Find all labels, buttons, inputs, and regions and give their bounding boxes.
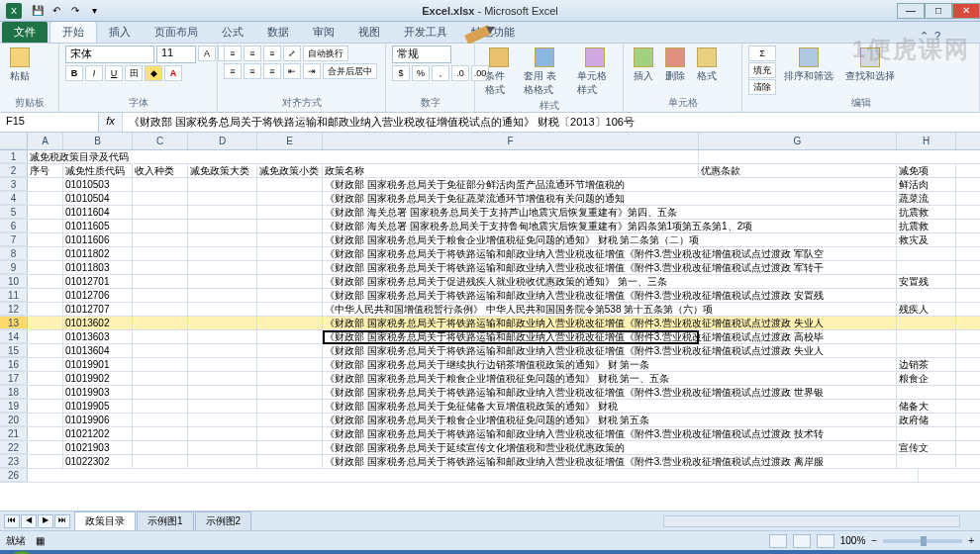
cell[interactable] xyxy=(257,220,323,232)
cell[interactable] xyxy=(897,386,956,399)
cell[interactable] xyxy=(257,358,323,371)
italic-button[interactable]: I xyxy=(85,65,103,81)
align-right-icon[interactable]: ≡ xyxy=(263,63,281,79)
inc-dec-icon[interactable]: .0 xyxy=(451,65,469,81)
cell[interactable] xyxy=(28,233,63,246)
row-header[interactable]: 13 xyxy=(0,317,28,329)
cell[interactable] xyxy=(897,317,956,329)
cell[interactable]: 01010503 xyxy=(63,178,133,191)
cell[interactable] xyxy=(188,427,257,440)
align-left-icon[interactable]: ≡ xyxy=(224,63,242,79)
insert-cells-button[interactable]: 插入 xyxy=(630,46,657,85)
cell[interactable] xyxy=(28,441,63,454)
cell[interactable] xyxy=(257,441,323,454)
cell[interactable]: 安置残 xyxy=(897,275,956,288)
cell[interactable]: 01019902 xyxy=(63,372,133,385)
cell[interactable]: 01019905 xyxy=(63,400,133,413)
cell[interactable]: 01011604 xyxy=(63,206,133,219)
cell[interactable] xyxy=(188,330,257,343)
cell[interactable]: 储备大 xyxy=(897,400,956,413)
zoom-level[interactable]: 100% xyxy=(840,535,866,546)
cell[interactable]: 01013603 xyxy=(63,330,133,343)
cell[interactable] xyxy=(257,275,323,288)
cell[interactable] xyxy=(257,386,323,399)
align-top-icon[interactable]: ≡ xyxy=(224,46,242,61)
name-box[interactable]: F15 xyxy=(0,113,99,132)
cell[interactable] xyxy=(188,178,257,191)
row-header[interactable]: 15 xyxy=(0,344,28,357)
cell[interactable]: 鲜活肉 xyxy=(897,178,956,191)
cell[interactable]: 抗震救 xyxy=(897,206,956,219)
cell[interactable] xyxy=(28,414,63,426)
cell[interactable] xyxy=(28,358,63,371)
cell[interactable] xyxy=(188,441,257,454)
cell[interactable] xyxy=(28,469,919,482)
cell[interactable]: 01011606 xyxy=(63,233,133,246)
cell[interactable]: 《财政部 国家税务总局关于将铁路运输和邮政业纳入营业税改征增值《附件3.营业税改… xyxy=(323,317,897,329)
row-header[interactable]: 9 xyxy=(0,261,28,274)
cell[interactable] xyxy=(257,233,323,246)
cell[interactable]: 粮食企 xyxy=(897,372,956,385)
cell[interactable] xyxy=(188,261,257,274)
cell[interactable]: 01011605 xyxy=(63,220,133,232)
cell[interactable] xyxy=(133,261,188,274)
comma-icon[interactable]: , xyxy=(432,65,449,81)
row-header[interactable]: 7 xyxy=(0,233,28,246)
row-header[interactable]: 2 xyxy=(0,164,28,177)
cell[interactable] xyxy=(188,220,257,232)
cell[interactable] xyxy=(28,206,63,219)
cell[interactable]: 《财政部 国家税务总局关于粮食企业增值税征免问题的通知》 财税 第一、五条 xyxy=(323,372,897,385)
row-header[interactable]: 11 xyxy=(0,289,28,302)
cell[interactable]: 01021202 xyxy=(63,427,133,440)
cell[interactable] xyxy=(28,220,63,232)
close-button[interactable]: ✕ xyxy=(952,3,980,19)
underline-button[interactable]: U xyxy=(105,65,123,81)
fx-icon[interactable]: fx xyxy=(99,113,123,132)
delete-cells-button[interactable]: 删除 xyxy=(661,46,689,85)
cell[interactable] xyxy=(28,261,63,274)
cell[interactable] xyxy=(188,358,257,371)
cond-format-button[interactable]: 条件格式 xyxy=(481,46,516,99)
col-header-A[interactable]: A xyxy=(28,133,63,149)
wrap-text-button[interactable]: 自动换行 xyxy=(303,46,348,61)
cell[interactable] xyxy=(133,317,188,329)
cell[interactable]: 01012707 xyxy=(63,303,133,316)
cell[interactable] xyxy=(28,330,63,343)
cell[interactable] xyxy=(28,372,63,385)
cell[interactable]: 《中华人民共和国增值税暂行条例》 中华人民共和国国务院令第538 第十五条第（六… xyxy=(323,303,897,316)
cell[interactable] xyxy=(28,317,63,329)
cell[interactable] xyxy=(28,344,63,357)
cell[interactable] xyxy=(257,178,323,191)
select-all-corner[interactable] xyxy=(0,133,28,149)
cell[interactable] xyxy=(257,317,323,329)
cell[interactable]: 蔬菜流 xyxy=(897,192,956,205)
merge-button[interactable]: 合并后居中 xyxy=(323,63,377,79)
col-header-H[interactable]: H xyxy=(897,133,956,149)
tab-insert[interactable]: 插入 xyxy=(97,22,143,43)
row-header[interactable]: 18 xyxy=(0,386,28,399)
indent-inc-icon[interactable]: ⇥ xyxy=(303,63,321,79)
cell[interactable] xyxy=(188,317,257,329)
cell[interactable]: 《财政部 国家税务总局关于将铁路运输和邮政业纳入营业税改征增值《附件3.营业税改… xyxy=(323,330,897,343)
cell[interactable] xyxy=(257,247,323,260)
cell[interactable]: 《财政部 国家税务总局关于延续宣传文化增值税和营业税优惠政策的 xyxy=(323,441,897,454)
cell[interactable] xyxy=(133,344,188,357)
cell[interactable]: 救灾及 xyxy=(897,233,956,246)
cell[interactable] xyxy=(28,275,63,288)
orient-icon[interactable]: ⤢ xyxy=(283,46,301,61)
col-header-D[interactable]: D xyxy=(188,133,257,149)
cell[interactable] xyxy=(133,414,188,426)
col-header-C[interactable]: C xyxy=(133,133,188,149)
fill-button[interactable]: 填充 xyxy=(748,62,776,78)
cell[interactable] xyxy=(188,206,257,219)
cell[interactable] xyxy=(133,220,188,232)
cell[interactable]: 《财政部 国家税务总局关于粮食企业增值税征免问题的通知》 财税 第五条 xyxy=(323,414,897,426)
cell[interactable]: 《财政部 国家税务总局关于将铁路运输和邮政业纳入营业税改征增值《附件3.营业税改… xyxy=(323,455,897,468)
row-header[interactable]: 5 xyxy=(0,206,28,219)
cell[interactable]: 边销茶 xyxy=(897,358,956,371)
cell[interactable] xyxy=(188,192,257,205)
col-header-G[interactable]: G xyxy=(699,133,897,149)
tab-layout[interactable]: 页面布局 xyxy=(143,22,210,43)
cell[interactable]: 《财政部 国家税务总局关于粮食企业增值税征免问题的通知》 财税 第二条第（二）项 xyxy=(323,233,897,246)
cell[interactable] xyxy=(257,261,323,274)
